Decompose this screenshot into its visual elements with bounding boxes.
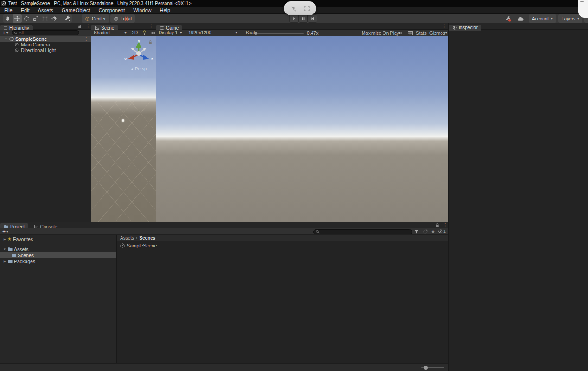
tree-label: Favorites xyxy=(13,236,33,242)
scale-tool-button[interactable] xyxy=(31,14,40,23)
grid-snap-button[interactable] xyxy=(121,14,131,23)
pivot-mode-button[interactable]: Center xyxy=(82,14,109,23)
search-by-label-icon[interactable] xyxy=(423,229,428,234)
services-button[interactable] xyxy=(503,14,512,23)
breadcrumb-current[interactable]: Scenes xyxy=(139,235,155,241)
vsync-toggle-icon[interactable] xyxy=(408,31,413,35)
pause-button[interactable] xyxy=(299,14,308,23)
lock-icon[interactable] xyxy=(435,223,439,228)
game-menu-button[interactable]: ⋮ xyxy=(442,24,447,29)
move-tool-button[interactable] xyxy=(13,14,22,23)
scene-menu-button[interactable]: ⋮ xyxy=(149,24,153,29)
step-button[interactable] xyxy=(308,14,317,23)
cloud-button[interactable] xyxy=(516,14,525,23)
hand-tool-button[interactable] xyxy=(3,14,13,23)
menu-assets[interactable]: Assets xyxy=(34,7,58,14)
project-content[interactable]: SampleScene xyxy=(117,241,448,363)
tree-item-assets[interactable]: ▼ Assets xyxy=(0,246,116,252)
chevron-down-icon[interactable]: ▾ xyxy=(124,31,126,35)
axis-z-label: z xyxy=(151,57,153,61)
lock-icon[interactable] xyxy=(78,25,82,29)
menu-window[interactable]: Window xyxy=(129,7,155,14)
hierarchy-search-input[interactable] xyxy=(19,30,77,35)
rotate-tool-button[interactable] xyxy=(22,14,31,23)
game-viewport[interactable] xyxy=(156,36,448,222)
light-gizmo-dot[interactable] xyxy=(122,119,124,122)
custom-tools-button[interactable] xyxy=(63,14,72,23)
audio-toggle-icon[interactable] xyxy=(151,31,155,35)
toggle-2d-button[interactable]: 2D xyxy=(132,30,138,35)
display-dropdown[interactable]: Display 1 xyxy=(156,30,178,35)
hierarchy-row-main-camera[interactable]: Main Camera xyxy=(0,42,91,47)
menu-edit[interactable]: Edit xyxy=(17,7,34,14)
hierarchy-menu-button[interactable]: ⋮ xyxy=(86,24,90,29)
expander-closed-icon[interactable]: ▶ xyxy=(2,237,7,241)
create-asset-button[interactable]: + xyxy=(0,229,6,234)
gizmo-lock-icon[interactable] xyxy=(148,40,152,45)
tree-item-favorites[interactable]: ▶ ★ Favorites xyxy=(0,236,116,242)
rect-transform-icon xyxy=(42,15,48,22)
menu-file[interactable]: File xyxy=(0,7,17,14)
scene-viewport[interactable]: y x z ◄ Persp xyxy=(91,36,156,222)
unity-logo-icon xyxy=(1,1,6,6)
hidden-packages-toggle[interactable]: 1 xyxy=(438,229,446,234)
object-name-label: Main Camera xyxy=(21,42,50,47)
lighting-toggle-icon[interactable] xyxy=(142,30,147,35)
create-caret-icon[interactable]: ▾ xyxy=(6,230,8,234)
search-by-type-icon[interactable] xyxy=(414,229,419,234)
rect-tool-button[interactable] xyxy=(40,14,50,23)
account-label: Account xyxy=(532,16,549,21)
hierarchy-tree: ▼ SampleScene ⋮ Main Camera Directional … xyxy=(0,36,91,53)
expander-open-icon[interactable]: ▼ xyxy=(2,248,7,251)
menu-help[interactable]: Help xyxy=(155,7,174,14)
hand-icon xyxy=(5,15,11,22)
account-dropdown[interactable]: Account ▾ xyxy=(529,14,556,23)
projection-toggle[interactable]: ◄ Persp xyxy=(130,66,147,71)
mute-audio-toggle-icon[interactable] xyxy=(397,31,403,35)
transform-tool-button[interactable] xyxy=(50,14,59,23)
maximize-on-play-toggle[interactable]: Maximize On Play xyxy=(362,31,399,36)
scale-slider-track[interactable] xyxy=(255,33,304,34)
expander-closed-icon[interactable]: ▶ xyxy=(2,260,7,263)
capture-cursor-icon[interactable] xyxy=(290,6,297,12)
layers-dropdown[interactable]: Layers ▾ xyxy=(558,14,582,23)
tab-inspector-label: Inspector xyxy=(459,25,478,30)
scene-row-menu-button[interactable]: ⋮ xyxy=(84,37,89,41)
gameobject-icon xyxy=(14,42,19,47)
capture-frame-icon[interactable] xyxy=(303,6,310,12)
scale-slider-knob[interactable] xyxy=(254,32,257,35)
stats-toggle[interactable]: Stats xyxy=(416,31,427,36)
expander-open-icon[interactable]: ▼ xyxy=(4,38,8,40)
pause-icon xyxy=(300,15,307,22)
hierarchy-row-samplescene[interactable]: ▼ SampleScene ⋮ xyxy=(0,36,91,42)
cloud-icon xyxy=(517,16,524,22)
tab-inspector[interactable]: Inspector xyxy=(449,25,481,31)
axis-x-cone[interactable] xyxy=(128,55,134,60)
thumbnail-size-slider-knob[interactable] xyxy=(424,366,428,370)
overlay-divider xyxy=(300,5,300,12)
hierarchy-row-directional-light[interactable]: Directional Light xyxy=(0,47,91,53)
axis-z-cone[interactable] xyxy=(143,55,150,60)
scene-toolbar: Shaded ▾ 2D xyxy=(91,30,156,36)
save-search-star-icon[interactable]: ★ xyxy=(431,229,435,234)
hierarchy-search[interactable] xyxy=(12,30,79,35)
combined-transform-icon xyxy=(51,15,58,22)
asset-item-samplescene[interactable]: SampleScene xyxy=(117,242,448,248)
shading-mode-dropdown[interactable]: Shaded xyxy=(91,30,109,35)
project-search[interactable] xyxy=(313,229,412,234)
breadcrumb-root[interactable]: Assets xyxy=(120,235,134,241)
menu-component[interactable]: Component xyxy=(94,7,129,14)
gizmos-dropdown[interactable]: Gizmos xyxy=(429,31,445,36)
project-menu-button[interactable]: ⋮ xyxy=(443,223,447,228)
tree-item-scenes[interactable]: Scenes xyxy=(0,252,116,258)
project-footer xyxy=(0,363,448,371)
tree-label: Packages xyxy=(14,259,35,264)
create-caret-icon[interactable]: ▾ xyxy=(6,31,8,35)
menu-gameobject[interactable]: GameObject xyxy=(58,7,95,14)
project-search-input[interactable] xyxy=(321,229,410,234)
create-object-button[interactable]: + xyxy=(0,30,6,36)
scene-name-label: SampleScene xyxy=(15,36,47,42)
tree-item-packages[interactable]: ▶ Packages xyxy=(0,258,116,264)
resolution-dropdown[interactable]: 1920x1200 xyxy=(188,30,211,35)
play-button[interactable] xyxy=(289,14,299,23)
